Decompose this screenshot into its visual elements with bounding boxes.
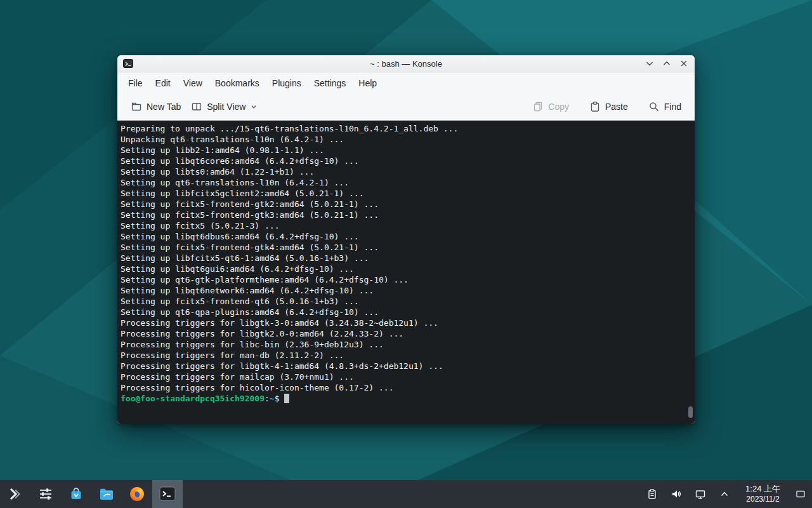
show-desktop-button[interactable] xyxy=(792,488,809,500)
tray-expander-button[interactable] xyxy=(715,485,734,504)
close-button[interactable] xyxy=(679,58,689,69)
terminal-line: Setting up libqt6core6:amd64 (6.4.2+dfsg… xyxy=(121,156,684,166)
terminal-line: Setting up libfcitx5-qt6-1:amd64 (5.0.16… xyxy=(121,253,684,264)
taskbar-app-discover[interactable] xyxy=(61,480,91,508)
clipboard-icon xyxy=(646,488,658,500)
menu-view[interactable]: View xyxy=(177,75,209,91)
terminal-line: Setting up libts0:amd64 (1.22-1+b1) ... xyxy=(121,166,684,177)
copy-button[interactable]: Copy xyxy=(527,97,574,117)
find-button[interactable]: Find xyxy=(643,97,686,117)
minimize-button[interactable] xyxy=(645,58,655,69)
find-icon xyxy=(648,101,660,112)
menu-plugins[interactable]: Plugins xyxy=(266,75,308,91)
taskbar-app-dolphin[interactable] xyxy=(91,480,122,508)
clock-time: 1:24 上午 xyxy=(745,484,780,494)
split-view-icon xyxy=(191,101,202,112)
new-tab-button[interactable]: New Tab xyxy=(126,97,186,117)
menu-bookmarks[interactable]: Bookmarks xyxy=(209,75,266,91)
terminal-line: Setting up fcitx5-frontend-qt6 (5.0.16-1… xyxy=(121,296,684,307)
copy-label: Copy xyxy=(548,102,569,112)
terminal-cursor xyxy=(284,394,289,403)
prompt-line: foo@foo-standardpcq35ich92009:~$ xyxy=(121,393,684,404)
terminal-line: Processing triggers for libgtk2.0-0:amd6… xyxy=(121,328,684,339)
minimize-icon xyxy=(645,58,655,69)
terminal-line: Setting up fcitx5-frontend-gtk3:amd64 (5… xyxy=(121,210,684,220)
menu-help[interactable]: Help xyxy=(352,75,383,91)
chevron-up-icon xyxy=(719,488,730,500)
terminal-line: Processing triggers for libgtk-4-1:amd64… xyxy=(121,361,684,371)
terminal-line: Setting up fcitx5-frontend-gtk2:amd64 (5… xyxy=(121,199,684,210)
volume-icon xyxy=(671,488,682,500)
paste-icon xyxy=(589,101,601,112)
copy-icon xyxy=(532,101,544,112)
maximize-icon xyxy=(662,58,672,69)
prompt-user-host: foo@foo-standardpcq35ich92009 xyxy=(121,394,265,403)
terminal-line: Processing triggers for man-db (2.11.2-2… xyxy=(121,350,684,361)
terminal-line: Setting up qt6-gtk-platformtheme:amd64 (… xyxy=(121,274,684,285)
taskbar-app-konsole[interactable] xyxy=(152,480,183,508)
terminal-line: Setting up libqt6network6:amd64 (6.4.2+d… xyxy=(121,285,684,296)
dolphin-icon xyxy=(98,485,115,503)
firefox-icon xyxy=(128,485,146,503)
terminal-lines: Preparing to unpack .../15-qt6-translati… xyxy=(121,123,684,393)
taskbar-app-firefox[interactable] xyxy=(122,480,152,508)
monitor-icon xyxy=(695,488,706,500)
terminal-line: Unpacking qt6-translations-l10n (6.4.2-1… xyxy=(121,134,684,145)
paste-label: Paste xyxy=(605,102,628,112)
clipboard-tray-button[interactable] xyxy=(643,485,662,504)
taskbar: 1:24 上午 2023/11/2 xyxy=(0,480,812,508)
titlebar[interactable]: ~ : bash — Konsole xyxy=(117,55,695,72)
terminal-line: Processing triggers for mailcap (3.70+nm… xyxy=(121,371,684,382)
terminal-scrollbar-thumb[interactable] xyxy=(688,406,693,418)
new-tab-label: New Tab xyxy=(147,102,181,112)
digital-clock[interactable]: 1:24 上午 2023/11/2 xyxy=(739,484,787,504)
toolbar: New Tab Split View Copy xyxy=(117,93,695,121)
clock-date: 2023/11/2 xyxy=(746,495,780,504)
discover-icon xyxy=(67,485,85,503)
prompt-path: ~ xyxy=(270,394,275,403)
split-view-label: Split View xyxy=(207,102,246,112)
show-desktop-icon xyxy=(795,488,806,500)
konsole-window: ~ : bash — Konsole File Edit Vi xyxy=(117,55,695,424)
terminal-line: Setting up fcitx5 (5.0.21-3) ... xyxy=(121,220,684,231)
terminal-line: Setting up libqt6gui6:amd64 (6.4.2+dfsg-… xyxy=(121,264,684,274)
window-title: ~ : bash — Konsole xyxy=(117,59,695,69)
volume-tray-button[interactable] xyxy=(667,485,686,504)
task-lines-button[interactable] xyxy=(30,480,61,508)
system-tray: 1:24 上午 2023/11/2 xyxy=(643,480,812,508)
konsole-app-icon xyxy=(123,58,133,69)
app-launcher-icon xyxy=(6,485,24,503)
task-lines-icon xyxy=(37,485,55,503)
terminal-line: Setting up libfcitx5gclient2:amd64 (5.0.… xyxy=(121,188,684,199)
split-view-button[interactable]: Split View xyxy=(186,97,263,117)
terminal-line: Setting up qt6-translations-l10n (6.4.2-… xyxy=(121,177,684,188)
new-tab-icon xyxy=(131,101,142,112)
konsole-icon xyxy=(159,485,176,503)
prompt-colon: : xyxy=(265,394,270,403)
terminal-line: Processing triggers for hicolor-icon-the… xyxy=(121,382,684,393)
terminal-line: Processing triggers for libc-bin (2.36-9… xyxy=(121,339,684,350)
terminal-line: Preparing to unpack .../15-qt6-translati… xyxy=(121,123,684,134)
close-icon xyxy=(679,58,689,69)
paste-button[interactable]: Paste xyxy=(584,97,633,117)
terminal-line: Setting up libb2-1:amd64 (0.98.1-1.1) ..… xyxy=(121,145,684,156)
terminal-line: Setting up qt6-qpa-plugins:amd64 (6.4.2+… xyxy=(121,307,684,318)
menu-bar: File Edit View Bookmarks Plugins Setting… xyxy=(117,72,695,93)
prompt-space xyxy=(279,394,284,403)
terminal-line: Processing triggers for libgtk-3-0:amd64… xyxy=(121,318,684,328)
terminal-line: Setting up libqt6dbus6:amd64 (6.4.2+dfsg… xyxy=(121,231,684,242)
terminal-output[interactable]: Preparing to unpack .../15-qt6-translati… xyxy=(117,121,695,424)
display-tray-button[interactable] xyxy=(691,485,710,504)
app-launcher-button[interactable] xyxy=(0,480,30,508)
maximize-button[interactable] xyxy=(662,58,672,69)
chevron-down-icon xyxy=(250,103,258,110)
menu-edit[interactable]: Edit xyxy=(149,75,177,91)
menu-file[interactable]: File xyxy=(122,75,149,91)
menu-settings[interactable]: Settings xyxy=(308,75,353,91)
find-label: Find xyxy=(664,102,681,112)
terminal-line: Setting up fcitx5-frontend-gtk4:amd64 (5… xyxy=(121,242,684,253)
